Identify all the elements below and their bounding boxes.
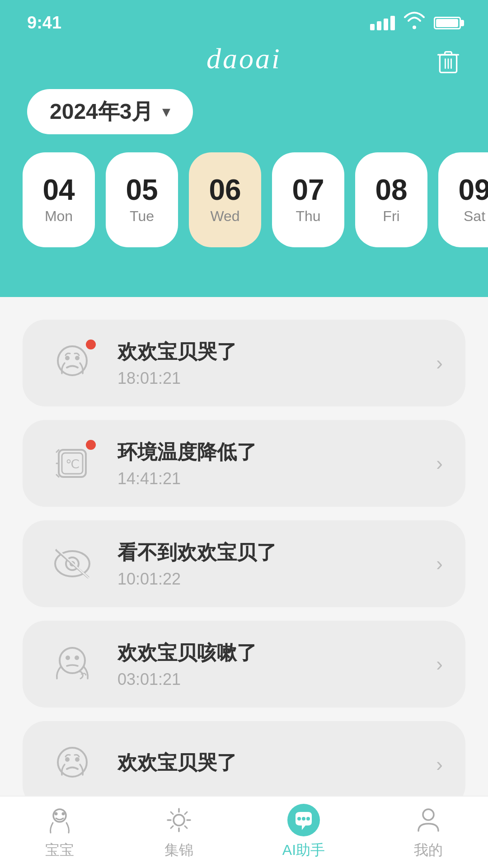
svg-line-31 <box>171 826 173 828</box>
notif-content-4: 欢欢宝贝咳嗽了 03:01:21 <box>117 640 418 689</box>
notif-content-5: 欢欢宝贝哭了 <box>117 750 418 780</box>
unread-dot <box>86 340 96 349</box>
battery-icon <box>434 17 461 29</box>
status-bar: 9:41 <box>0 0 488 38</box>
date-item-05[interactable]: 05 Tue <box>106 152 178 247</box>
app-title-row: daoai <box>0 38 488 89</box>
date-item-06[interactable]: 06 Wed <box>189 152 261 247</box>
date-item-08[interactable]: 08 Fri <box>355 152 427 247</box>
svg-point-23 <box>61 812 65 816</box>
baby-cry-icon <box>52 343 93 383</box>
svg-line-30 <box>185 812 187 814</box>
no-view-icon-wrap <box>45 537 99 591</box>
notif-title-1: 欢欢宝贝哭了 <box>117 339 418 365</box>
svg-point-35 <box>302 817 305 821</box>
svg-point-16 <box>66 656 70 660</box>
baby-nav-label: 宝宝 <box>45 840 74 860</box>
svg-point-34 <box>297 817 301 821</box>
signal-icon <box>370 16 395 30</box>
status-icons <box>370 13 461 33</box>
chevron-down-icon: ▾ <box>162 102 170 121</box>
svg-point-24 <box>174 815 184 826</box>
notif-item-2[interactable]: ℃ 环境温度降低了 14:41:21 › <box>23 420 465 507</box>
highlights-nav-icon <box>163 804 195 836</box>
wifi-icon <box>404 13 425 33</box>
baby-cry-icon-2 <box>52 744 93 785</box>
month-text: 2024年3月 <box>50 97 153 126</box>
notif-title-3: 看不到欢欢宝贝了 <box>117 539 418 566</box>
date-item-07[interactable]: 07 Thu <box>272 152 344 247</box>
notif-item-5[interactable]: 欢欢宝贝哭了 › <box>23 721 465 808</box>
notif-time-1: 18:01:21 <box>117 369 418 388</box>
chevron-right-icon: › <box>436 352 443 374</box>
baby-cry-icon-wrap <box>45 336 99 390</box>
notif-item-1[interactable]: 欢欢宝贝哭了 18:01:21 › <box>23 320 465 406</box>
chevron-right-icon: › <box>436 452 443 475</box>
notif-content-1: 欢欢宝贝哭了 18:01:21 <box>117 339 418 388</box>
mine-nav-label: 我的 <box>414 840 443 860</box>
svg-point-17 <box>75 656 79 660</box>
svg-point-19 <box>65 757 70 762</box>
svg-point-20 <box>75 757 80 762</box>
temperature-icon-wrap: ℃ <box>45 436 99 491</box>
date-carousel: 04 Mon 05 Tue 06 Wed 07 Thu 08 Fri 09 Sa… <box>0 152 488 274</box>
unread-dot <box>86 440 96 450</box>
app-title: daoai <box>206 42 282 75</box>
baby-nav-icon <box>44 804 75 836</box>
notif-title-2: 环境温度降低了 <box>117 439 418 466</box>
highlights-nav-label: 集锦 <box>164 840 193 860</box>
nav-item-highlights[interactable]: 集锦 <box>163 804 195 860</box>
svg-text:℃: ℃ <box>66 457 80 471</box>
bottom-navigation: 宝宝 集锦 <box>0 796 488 868</box>
notif-title-5: 欢欢宝贝哭了 <box>117 750 418 776</box>
chevron-right-icon: › <box>436 653 443 675</box>
date-item-04[interactable]: 04 Mon <box>23 152 95 247</box>
temperature-icon: ℃ <box>52 443 93 484</box>
notif-content-3: 看不到欢欢宝贝了 10:01:22 <box>117 539 418 589</box>
ai-nav-label: AI助手 <box>282 840 325 860</box>
baby-cough-icon <box>50 642 95 687</box>
notif-title-4: 欢欢宝贝咳嗽了 <box>117 640 418 666</box>
notifications-list: 欢欢宝贝哭了 18:01:21 › ℃ 环境温度降低了 14:41:21 › <box>0 297 488 868</box>
date-item-09[interactable]: 09 Sat <box>438 152 488 247</box>
svg-point-36 <box>306 817 310 821</box>
mine-nav-icon <box>413 804 444 836</box>
chevron-right-icon: › <box>436 552 443 575</box>
nav-item-mine[interactable]: 我的 <box>413 804 444 860</box>
notif-content-2: 环境温度降低了 14:41:21 <box>117 439 418 488</box>
notif-time-3: 10:01:22 <box>117 570 418 589</box>
nav-item-baby[interactable]: 宝宝 <box>44 804 75 860</box>
svg-point-5 <box>65 356 70 360</box>
svg-point-22 <box>54 812 57 816</box>
svg-point-15 <box>60 648 85 673</box>
no-view-icon <box>50 543 95 584</box>
svg-line-29 <box>171 812 173 814</box>
ai-nav-icon <box>288 804 319 836</box>
notif-item-3[interactable]: 看不到欢欢宝贝了 10:01:22 › <box>23 520 465 607</box>
header-background: 9:41 daoai <box>0 0 488 297</box>
month-selector[interactable]: 2024年3月 ▾ <box>27 89 193 134</box>
notif-time-4: 03:01:21 <box>117 670 418 689</box>
baby-cough-icon-wrap <box>45 637 99 691</box>
svg-point-37 <box>423 809 434 820</box>
trash-button[interactable] <box>436 50 461 77</box>
svg-line-32 <box>185 826 187 828</box>
notif-item-4[interactable]: 欢欢宝贝咳嗽了 03:01:21 › <box>23 621 465 708</box>
notif-time-2: 14:41:21 <box>117 469 418 488</box>
svg-point-6 <box>75 356 80 360</box>
time-display: 9:41 <box>27 13 61 33</box>
chevron-right-icon: › <box>436 753 443 776</box>
baby-cry-icon-wrap-2 <box>45 737 99 792</box>
nav-item-ai[interactable]: AI助手 <box>282 804 325 860</box>
